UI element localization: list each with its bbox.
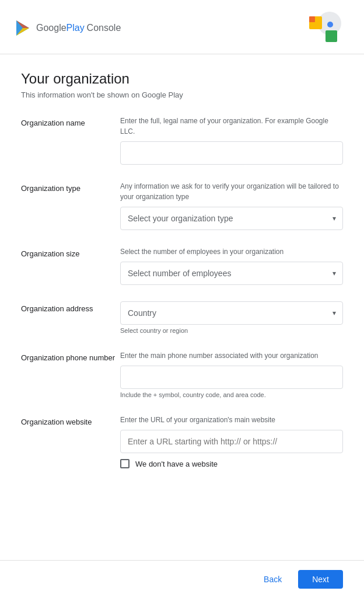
org-address-field: Country ▾ Select country or region: [120, 301, 343, 334]
org-phone-field: Enter the main phone number associated w…: [120, 350, 343, 398]
org-phone-label: Organization phone number: [21, 350, 120, 363]
org-size-row: Organization size Select the number of e…: [21, 246, 343, 285]
org-type-description: Any information we ask for to verify you…: [120, 181, 343, 202]
header: GooglePlay Console: [0, 0, 364, 54]
back-button[interactable]: Back: [254, 570, 291, 589]
svg-rect-8: [309, 16, 315, 22]
org-name-input[interactable]: [120, 141, 343, 165]
org-address-label: Organization address: [21, 301, 120, 314]
no-website-row: We don't have a website: [120, 459, 343, 468]
org-phone-hint: Include the + symbol, country code, and …: [120, 391, 343, 398]
org-name-field: Enter the full, legal name of your organ…: [120, 116, 343, 165]
org-phone-row: Organization phone number Enter the main…: [21, 350, 343, 398]
org-type-select-wrapper: Select your organization type ▾: [120, 207, 343, 230]
org-address-hint: Select country or region: [120, 327, 343, 334]
svg-rect-7: [326, 30, 337, 42]
org-name-label: Organization name: [21, 116, 120, 128]
org-phone-input[interactable]: [120, 366, 343, 389]
no-website-label: We don't have a website: [135, 460, 218, 468]
org-name-description: Enter the full, legal name of your organ…: [120, 116, 343, 137]
org-type-row: Organization type Any information we ask…: [21, 181, 343, 230]
org-address-row: Organization address Country ▾ Select co…: [21, 301, 343, 334]
org-website-input[interactable]: [120, 430, 343, 453]
footer: Back Next: [0, 560, 364, 598]
org-website-label: Organization website: [21, 415, 120, 427]
org-website-description: Enter the URL of your organization's mai…: [120, 415, 343, 425]
google-play-icon: [14, 19, 32, 37]
org-size-select-wrapper: Select number of employees ▾: [120, 262, 343, 285]
org-website-row: Organization website Enter the URL of yo…: [21, 415, 343, 468]
svg-point-6: [327, 22, 333, 27]
logo-area: GooglePlay Console: [14, 19, 121, 37]
org-size-description: Select the number of employees in your o…: [120, 246, 343, 257]
org-type-field: Any information we ask for to verify you…: [120, 181, 343, 230]
logo-google-text: GooglePlay Console: [36, 23, 121, 33]
org-name-row: Organization name Enter the full, legal …: [21, 116, 343, 165]
main-content: Your organization This information won't…: [0, 54, 364, 537]
org-address-country-select[interactable]: Country: [120, 301, 343, 325]
org-phone-description: Enter the main phone number associated w…: [120, 350, 343, 361]
org-size-label: Organization size: [21, 246, 120, 259]
org-address-select-wrapper: Country ▾: [120, 301, 343, 325]
no-website-checkbox[interactable]: [120, 459, 130, 468]
page-title: Your organization: [21, 71, 343, 87]
org-size-field: Select the number of employees in your o…: [120, 246, 343, 285]
page-subtitle: This information won't be shown on Googl…: [21, 91, 343, 99]
org-type-label: Organization type: [21, 181, 120, 194]
org-size-select[interactable]: Select number of employees: [120, 262, 343, 285]
org-website-field: Enter the URL of your organization's mai…: [120, 415, 343, 468]
header-illustration: [298, 11, 350, 46]
org-type-select[interactable]: Select your organization type: [120, 207, 343, 230]
next-button[interactable]: Next: [298, 570, 343, 589]
